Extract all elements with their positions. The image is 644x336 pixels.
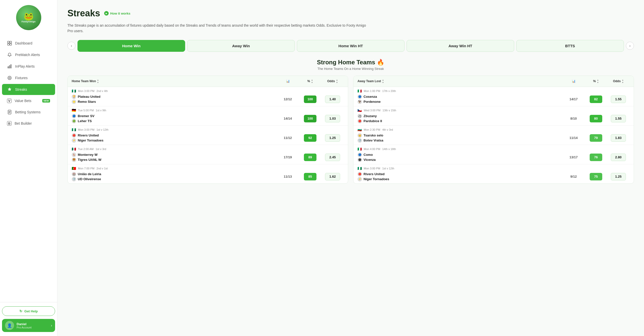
match-data-row: 👑 Tsarsko selo 🛡️ Botev Vratsa 11/14 79 … xyxy=(357,133,630,143)
svg-rect-3 xyxy=(10,43,12,45)
table-row[interactable]: 🇮🇹 Mon 1:00 PM 17th v 20th 🔵 Cosenza 🦅 P… xyxy=(353,87,634,106)
tab-prev-button[interactable]: ‹ xyxy=(67,42,75,50)
teams-col: 🏆 Plateau United ⭐ Remo Stars xyxy=(72,94,275,104)
page-header: Streaks ▶ How it works xyxy=(67,8,634,19)
table-body: 🇳🇬 Mon 3:00 PM 2nd v 4th 🏆 Plateau Unite… xyxy=(68,87,348,183)
table-row[interactable]: 🇨🇿 Wed 3:00 PM 13th v 15th ⚽ Zbuzany 🔴 P… xyxy=(353,106,634,126)
country-flag: 🇮🇹 xyxy=(357,89,362,93)
page-title: Streaks xyxy=(67,8,100,19)
svg-rect-1 xyxy=(10,41,12,43)
match-time: Tue 5:00 PM xyxy=(78,109,94,112)
table-header: Away Team Lost ▲▼ 📊 % ▲▼ Odds ▲▼ xyxy=(353,76,634,87)
logo-circle: 🐸 FootyAmigo xyxy=(16,5,41,30)
match-data-row: 🦌 Monterrey W 🐯 Tigres UANL W 17/19 89 2… xyxy=(72,153,344,162)
sort-icon[interactable]: ▲▼ xyxy=(97,79,99,84)
sidebar-item-fixtures[interactable]: Fixtures xyxy=(2,72,55,83)
match-time: Mon 4:00 PM xyxy=(364,148,380,151)
home-team-row: ⚽ Zbuzany xyxy=(357,114,561,118)
sidebar-item-inplay-alerts[interactable]: InPlay Alerts xyxy=(2,61,55,72)
col-home-team-won: Home Team Won ▲▼ xyxy=(72,79,275,84)
grid-icon xyxy=(7,41,12,46)
home-team-name: Cosenza xyxy=(364,95,377,99)
match-meta: 🇳🇬 Mon 3:00 PM 1st v 12th xyxy=(72,128,344,132)
table-row[interactable]: 🇳🇬 Mon 3:00 PM 1st v 12th 🔴 Rivers Unite… xyxy=(353,164,634,183)
sidebar-item-value-bets[interactable]: V Value Bets NEW xyxy=(2,95,55,106)
tab-btts[interactable]: BTTS xyxy=(516,40,624,52)
sort-icon[interactable]: ▲▼ xyxy=(311,79,313,84)
tab-away-win-ht[interactable]: Away Win HT xyxy=(407,40,514,52)
sort-icon[interactable]: ▲▼ xyxy=(597,79,599,84)
match-time: Mon 3:00 PM xyxy=(78,89,94,92)
user-name: Daniel xyxy=(17,322,48,326)
user-profile[interactable]: 👤 Daniel Pro Account › xyxy=(2,319,55,332)
match-data-row: 🔵 Como ⚫ Vicenza 13/17 76 2.80 xyxy=(357,153,630,162)
sidebar-item-streaks[interactable]: Streaks xyxy=(2,84,55,95)
away-team-logo: ⚫ xyxy=(357,158,362,162)
sort-icon[interactable]: ▲▼ xyxy=(622,79,624,84)
tab-home-win[interactable]: Home Win xyxy=(77,40,185,52)
v-icon: V xyxy=(7,99,12,103)
country-flag: 🇳🇬 xyxy=(357,166,362,170)
tab-away-win[interactable]: Away Win xyxy=(187,40,295,52)
sidebar-item-bet-builder[interactable]: B Bet Builder xyxy=(2,118,55,129)
tab-home-win-ht[interactable]: Home Win HT xyxy=(297,40,405,52)
odds-badge: 2.80 xyxy=(611,154,626,161)
table-row[interactable]: 🇧🇬 Mon 2:30 PM 4th v 3rd 👑 Tsarsko selo … xyxy=(353,126,634,145)
section-title-area: Strong Home Teams 🔥 The Home Teams On a … xyxy=(67,59,634,71)
match-time: Mon 3:00 PM xyxy=(364,167,380,170)
away-team-logo: 🦅 xyxy=(357,100,362,104)
away-team-logo: ⚡ xyxy=(357,177,362,181)
how-it-works-link[interactable]: ▶ How it works xyxy=(104,11,130,16)
sidebar-item-prematch-alerts[interactable]: PreMatch Alerts xyxy=(2,49,55,60)
country-flag: 🇲🇽 xyxy=(72,147,76,151)
teams-col: 👑 Tsarsko selo 🛡️ Botev Vratsa xyxy=(357,133,561,143)
country-flag: 🇮🇹 xyxy=(357,147,362,151)
table-row[interactable]: 🇲🇽 Tue 2:00 AM 1st v 3rd 🦌 Monterrey W 🐯… xyxy=(68,145,348,164)
away-team-name: Tigres UANL W xyxy=(78,158,101,162)
record-col: 11/13 xyxy=(276,175,299,178)
sidebar: 🐸 FootyAmigo Dashboard xyxy=(0,0,57,336)
svg-point-7 xyxy=(8,76,11,80)
table-row[interactable]: 🇵🇹 Mon 7:00 PM 2nd v 1st 🏰 União de Leir… xyxy=(68,164,348,183)
target-icon xyxy=(7,75,12,80)
teams-col: 🔴 Rivers United ⚡ Niger Tornadoes xyxy=(72,133,275,143)
match-rank: 2nd v 1st xyxy=(96,167,108,170)
away-team-row: 🛡️ Botev Vratsa xyxy=(357,138,561,143)
sort-icon[interactable]: ▲▼ xyxy=(382,79,384,84)
home-team-won-table: Home Team Won ▲▼ 📊 % ▲▼ Odds ▲▼ 🇳🇬 xyxy=(67,76,348,184)
home-team-name: Rivers United xyxy=(78,133,99,137)
refresh-icon: ↻ xyxy=(19,309,22,313)
col-away-team-lost: Away Team Lost ▲▼ xyxy=(357,79,561,84)
away-team-lost-table: Away Team Lost ▲▼ 📊 % ▲▼ Odds ▲▼ 🇮🇹 xyxy=(353,76,634,184)
match-rank: 14th v 18th xyxy=(382,148,396,151)
pct-badge: 80 xyxy=(590,115,602,122)
table-row[interactable]: 🇮🇹 Mon 4:00 PM 14th v 18th 🔵 Como ⚫ Vice… xyxy=(353,145,634,164)
user-info: Daniel Pro Account xyxy=(17,322,48,329)
sort-icon[interactable]: ▲▼ xyxy=(336,79,338,84)
home-team-name: Monterrey W xyxy=(78,153,98,157)
page-description: The Streaks page is an accumulation of f… xyxy=(67,23,369,34)
teams-col: 🔵 Cosenza 🦅 Pordenone xyxy=(357,94,561,104)
match-meta: 🇲🇽 Tue 2:00 AM 1st v 3rd xyxy=(72,147,344,151)
svg-rect-0 xyxy=(8,41,9,43)
record-col: 12/12 xyxy=(276,97,299,101)
home-team-logo: 🏰 xyxy=(72,172,76,176)
away-team-row: 🟢 Leher TS xyxy=(72,119,275,123)
match-rank: 2nd v 4th xyxy=(96,89,108,92)
tab-next-button[interactable]: › xyxy=(626,42,634,50)
pct-badge: 82 xyxy=(590,95,602,103)
table-row[interactable]: 🇳🇬 Mon 3:00 PM 2nd v 4th 🏆 Plateau Unite… xyxy=(68,87,348,106)
home-team-name: Zbuzany xyxy=(364,114,377,118)
sidebar-item-betting-systems[interactable]: Betting Systems xyxy=(2,107,55,118)
away-team-row: 🛡️ UD Oliveirense xyxy=(72,177,275,181)
match-rank: 4th v 3rd xyxy=(382,128,393,131)
get-help-button[interactable]: ↻ Get Help xyxy=(2,306,55,316)
away-team-name: Remo Stars xyxy=(78,100,96,104)
match-data-row: 🔵 Bremer SV 🟢 Leher TS 14/14 100 1.03 xyxy=(72,114,344,123)
match-meta: 🇧🇬 Mon 2:30 PM 4th v 3rd xyxy=(357,128,630,132)
teams-col: 🦌 Monterrey W 🐯 Tigres UANL W xyxy=(72,153,275,162)
sidebar-item-dashboard[interactable]: Dashboard xyxy=(2,38,55,49)
table-row[interactable]: 🇳🇬 Mon 3:00 PM 1st v 12th 🔴 Rivers Unite… xyxy=(68,126,348,145)
sidebar-item-label: Bet Builder xyxy=(15,121,50,125)
table-row[interactable]: 🇩🇪 Tue 5:00 PM 1st v 9th 🔵 Bremer SV 🟢 L… xyxy=(68,106,348,126)
